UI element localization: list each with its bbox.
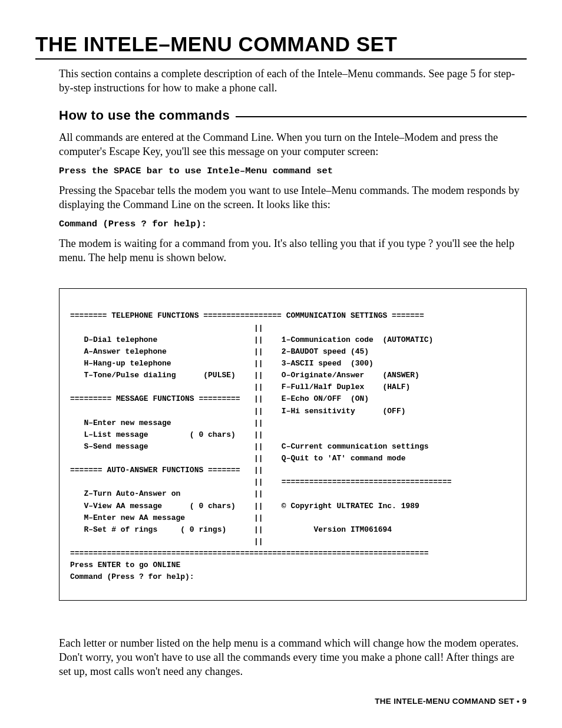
page-footer: THE INTELE-MENU COMMAND SET • 9 [375,697,527,706]
page-title: THE INTELE–MENU COMMAND SET [35,32,527,60]
paragraph-2: Pressing the Spacebar tells the modem yo… [59,183,527,212]
section-heading: How to use the commands [59,108,527,123]
heading-rule [236,116,527,117]
outro-paragraph: Each letter or number listed on the help… [59,636,527,678]
terminal-prompt-1: Press the SPACE bar to use Intele–Menu c… [59,166,527,176]
paragraph-1: All commands are entered at the Command … [59,130,527,159]
terminal-prompt-2: Command (Press ? for help): [59,219,527,229]
intro-paragraph: This section contains a complete descrip… [59,67,527,95]
help-menu-terminal: ======== TELEPHONE FUNCTIONS ===========… [59,288,527,600]
section-heading-text: How to use the commands [59,108,230,123]
paragraph-3: The modem is waiting for a command from … [59,236,527,265]
